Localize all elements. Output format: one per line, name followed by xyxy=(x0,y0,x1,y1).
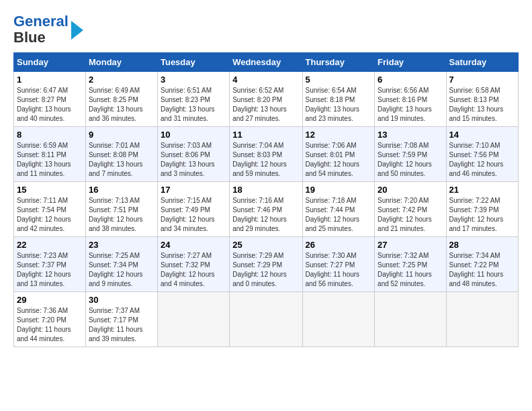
day-number: 12 xyxy=(306,130,372,140)
day-number: 16 xyxy=(89,185,154,195)
calendar-cell: 21Sunrise: 7:22 AMSunset: 7:39 PMDayligh… xyxy=(446,182,518,237)
day-info: Sunrise: 7:32 AMSunset: 7:25 PMDaylight:… xyxy=(378,251,443,289)
calendar-cell: 20Sunrise: 7:20 AMSunset: 7:42 PMDayligh… xyxy=(375,182,446,237)
day-number: 25 xyxy=(232,240,299,250)
day-number: 30 xyxy=(89,295,154,305)
calendar-cell: 5Sunrise: 6:54 AMSunset: 8:18 PMDaylight… xyxy=(302,72,375,127)
calendar-cell xyxy=(446,292,518,347)
day-info: Sunrise: 7:25 AMSunset: 7:34 PMDaylight:… xyxy=(89,251,154,289)
day-info: Sunrise: 7:13 AMSunset: 7:51 PMDaylight:… xyxy=(89,196,154,234)
calendar-cell: 10Sunrise: 7:03 AMSunset: 8:06 PMDayligh… xyxy=(157,127,229,182)
calendar-cell xyxy=(157,292,229,347)
calendar-cell: 26Sunrise: 7:30 AMSunset: 7:27 PMDayligh… xyxy=(302,237,375,292)
day-info: Sunrise: 7:01 AMSunset: 8:08 PMDaylight:… xyxy=(89,141,154,179)
calendar-cell: 25Sunrise: 7:29 AMSunset: 7:29 PMDayligh… xyxy=(230,237,302,292)
calendar-cell: 7Sunrise: 6:58 AMSunset: 8:13 PMDaylight… xyxy=(446,72,518,127)
calendar-cell: 1Sunrise: 6:47 AMSunset: 8:27 PMDaylight… xyxy=(14,72,86,127)
weekday-header: Monday xyxy=(85,53,157,72)
day-info: Sunrise: 7:10 AMSunset: 7:56 PMDaylight:… xyxy=(449,141,515,179)
logo-text: GeneralBlue xyxy=(13,13,69,46)
day-number: 23 xyxy=(89,240,154,250)
calendar-cell: 30Sunrise: 7:37 AMSunset: 7:17 PMDayligh… xyxy=(85,292,157,347)
day-number: 29 xyxy=(17,295,83,305)
day-number: 2 xyxy=(89,75,154,85)
day-number: 17 xyxy=(161,185,226,195)
calendar-cell: 3Sunrise: 6:51 AMSunset: 8:23 PMDaylight… xyxy=(157,72,229,127)
calendar-cell: 27Sunrise: 7:32 AMSunset: 7:25 PMDayligh… xyxy=(375,237,446,292)
day-number: 26 xyxy=(306,240,372,250)
weekday-header: Wednesday xyxy=(230,53,302,72)
calendar-cell: 8Sunrise: 6:59 AMSunset: 8:11 PMDaylight… xyxy=(14,127,86,182)
calendar-cell: 29Sunrise: 7:36 AMSunset: 7:20 PMDayligh… xyxy=(14,292,86,347)
calendar-week-row: 1Sunrise: 6:47 AMSunset: 8:27 PMDaylight… xyxy=(14,72,519,127)
day-info: Sunrise: 6:51 AMSunset: 8:23 PMDaylight:… xyxy=(161,86,226,124)
weekday-header: Thursday xyxy=(302,53,375,72)
calendar-table: SundayMondayTuesdayWednesdayThursdayFrid… xyxy=(13,52,519,347)
day-number: 22 xyxy=(17,240,83,250)
day-number: 4 xyxy=(232,75,299,85)
weekday-header: Sunday xyxy=(14,53,86,72)
calendar-cell: 19Sunrise: 7:18 AMSunset: 7:44 PMDayligh… xyxy=(302,182,375,237)
day-info: Sunrise: 7:16 AMSunset: 7:46 PMDaylight:… xyxy=(232,196,299,234)
day-number: 19 xyxy=(306,185,372,195)
day-number: 20 xyxy=(378,185,443,195)
day-info: Sunrise: 7:08 AMSunset: 7:59 PMDaylight:… xyxy=(378,141,443,179)
day-info: Sunrise: 6:47 AMSunset: 8:27 PMDaylight:… xyxy=(17,86,83,124)
calendar-cell: 14Sunrise: 7:10 AMSunset: 7:56 PMDayligh… xyxy=(446,127,518,182)
weekday-header: Tuesday xyxy=(157,53,229,72)
day-info: Sunrise: 7:37 AMSunset: 7:17 PMDaylight:… xyxy=(89,306,154,344)
day-number: 15 xyxy=(17,185,83,195)
day-info: Sunrise: 7:22 AMSunset: 7:39 PMDaylight:… xyxy=(449,196,515,234)
day-number: 5 xyxy=(306,75,372,85)
day-info: Sunrise: 6:56 AMSunset: 8:16 PMDaylight:… xyxy=(378,86,443,124)
day-number: 7 xyxy=(449,75,515,85)
day-number: 10 xyxy=(161,130,226,140)
day-info: Sunrise: 6:59 AMSunset: 8:11 PMDaylight:… xyxy=(17,141,83,179)
calendar-cell: 18Sunrise: 7:16 AMSunset: 7:46 PMDayligh… xyxy=(230,182,302,237)
calendar-cell: 12Sunrise: 7:06 AMSunset: 8:01 PMDayligh… xyxy=(302,127,375,182)
logo: GeneralBlue xyxy=(13,13,83,46)
weekday-header: Saturday xyxy=(446,53,518,72)
calendar-cell: 9Sunrise: 7:01 AMSunset: 8:08 PMDaylight… xyxy=(85,127,157,182)
logo-arrow-icon xyxy=(71,21,83,40)
day-number: 3 xyxy=(161,75,226,85)
day-number: 11 xyxy=(232,130,299,140)
day-info: Sunrise: 7:27 AMSunset: 7:32 PMDaylight:… xyxy=(161,251,226,289)
header: GeneralBlue xyxy=(13,13,519,46)
day-number: 24 xyxy=(161,240,226,250)
day-info: Sunrise: 7:15 AMSunset: 7:49 PMDaylight:… xyxy=(161,196,226,234)
day-number: 14 xyxy=(449,130,515,140)
day-info: Sunrise: 6:58 AMSunset: 8:13 PMDaylight:… xyxy=(449,86,515,124)
day-info: Sunrise: 7:34 AMSunset: 7:22 PMDaylight:… xyxy=(449,251,515,289)
calendar-cell: 6Sunrise: 6:56 AMSunset: 8:16 PMDaylight… xyxy=(375,72,446,127)
calendar-week-row: 8Sunrise: 6:59 AMSunset: 8:11 PMDaylight… xyxy=(14,127,519,182)
day-number: 27 xyxy=(378,240,443,250)
day-info: Sunrise: 6:49 AMSunset: 8:25 PMDaylight:… xyxy=(89,86,154,124)
calendar-cell: 13Sunrise: 7:08 AMSunset: 7:59 PMDayligh… xyxy=(375,127,446,182)
calendar-cell: 17Sunrise: 7:15 AMSunset: 7:49 PMDayligh… xyxy=(157,182,229,237)
calendar-cell: 15Sunrise: 7:11 AMSunset: 7:54 PMDayligh… xyxy=(14,182,86,237)
calendar-cell: 23Sunrise: 7:25 AMSunset: 7:34 PMDayligh… xyxy=(85,237,157,292)
weekday-header: Friday xyxy=(375,53,446,72)
day-info: Sunrise: 6:52 AMSunset: 8:20 PMDaylight:… xyxy=(232,86,299,124)
day-info: Sunrise: 7:11 AMSunset: 7:54 PMDaylight:… xyxy=(17,196,83,234)
day-info: Sunrise: 7:20 AMSunset: 7:42 PMDaylight:… xyxy=(378,196,443,234)
day-info: Sunrise: 7:06 AMSunset: 8:01 PMDaylight:… xyxy=(306,141,372,179)
calendar-cell: 28Sunrise: 7:34 AMSunset: 7:22 PMDayligh… xyxy=(446,237,518,292)
calendar-cell xyxy=(302,292,375,347)
day-number: 28 xyxy=(449,240,515,250)
day-number: 8 xyxy=(17,130,83,140)
calendar-week-row: 22Sunrise: 7:23 AMSunset: 7:37 PMDayligh… xyxy=(14,237,519,292)
day-info: Sunrise: 7:29 AMSunset: 7:29 PMDaylight:… xyxy=(232,251,299,289)
day-info: Sunrise: 7:36 AMSunset: 7:20 PMDaylight:… xyxy=(17,306,83,344)
day-number: 18 xyxy=(232,185,299,195)
calendar-cell: 22Sunrise: 7:23 AMSunset: 7:37 PMDayligh… xyxy=(14,237,86,292)
calendar-cell: 11Sunrise: 7:04 AMSunset: 8:03 PMDayligh… xyxy=(230,127,302,182)
calendar-cell: 16Sunrise: 7:13 AMSunset: 7:51 PMDayligh… xyxy=(85,182,157,237)
day-info: Sunrise: 7:18 AMSunset: 7:44 PMDaylight:… xyxy=(306,196,372,234)
calendar-cell xyxy=(375,292,446,347)
calendar-cell: 4Sunrise: 6:52 AMSunset: 8:20 PMDaylight… xyxy=(230,72,302,127)
day-info: Sunrise: 7:03 AMSunset: 8:06 PMDaylight:… xyxy=(161,141,226,179)
calendar-header-row: SundayMondayTuesdayWednesdayThursdayFrid… xyxy=(14,53,519,72)
day-info: Sunrise: 7:30 AMSunset: 7:27 PMDaylight:… xyxy=(306,251,372,289)
